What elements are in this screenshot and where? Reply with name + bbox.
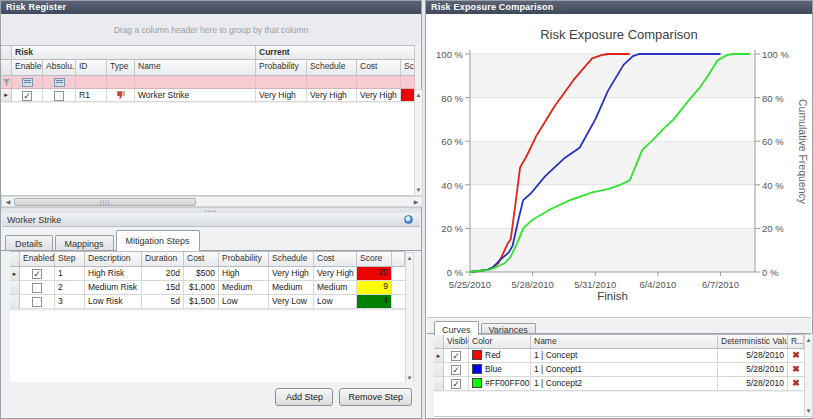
step-score-cell: 9 [357,281,392,294]
risk-absolute-checkbox[interactable] [43,89,76,101]
band-header-current[interactable]: Current [256,46,415,59]
pin-button-icon[interactable] [404,215,413,224]
x-tick-label: 5/31/2010 [565,279,625,290]
chart-area: Risk Exposure Comparison 0 %20 %40 %60 %… [427,14,811,317]
mitigation-row-3[interactable]: 3 Low Risk 5d $1,500 Low Very Low Low 4 [10,295,405,309]
filter-type[interactable] [107,76,135,88]
filter-cost[interactable] [357,76,401,88]
application-window: Risk Register Drag a column header here … [0,0,813,419]
mitigation-row-2[interactable]: 2 Medium Risk 15d $1,000 Medium Medium M… [10,281,405,295]
mitigation-vscrollbar[interactable]: ▲ ▼ [405,252,414,384]
scroll-left-icon[interactable]: ◀ [4,199,12,205]
col-probability[interactable]: Probability [256,60,307,75]
col-deterministic-value[interactable]: Deterministic Value [718,335,788,348]
y-tick-label: 60 % [433,136,463,147]
col-id[interactable]: ID [76,60,107,75]
tab-mitigation-steps[interactable]: Mitigation Steps [116,230,200,251]
col-step[interactable]: Step [55,252,85,266]
risk-register-title: Risk Register [1,1,421,14]
current-row-marker: ▸ [1,89,12,101]
filter-absolute-icon[interactable] [43,76,76,88]
step-schedule: Very High [269,267,314,280]
curve-row-red[interactable]: ▸ ✓ Red 1 | Concept 5/28/2010 ✖ [434,349,804,363]
filter-id[interactable] [76,76,107,88]
col-score[interactable]: Sc [401,60,415,75]
scroll-up-icon[interactable]: ▲ [406,255,413,261]
col-name[interactable]: Name [531,335,718,348]
y-tick-label: 100 % [433,49,463,60]
curve-row-green[interactable]: ✓ #FF00FF00 1 | Concept2 5/28/2010 ✖ [434,377,804,391]
col-description[interactable]: Description [85,252,142,266]
curve-visible-checkbox[interactable]: ✓ [444,363,469,376]
step-number: 3 [55,295,85,308]
col-cost2[interactable]: Cost [314,252,357,266]
step-enabled-checkbox[interactable] [20,281,55,294]
filter-enabled-icon[interactable] [12,76,43,88]
risk-row-worker-strike[interactable]: ▸ ✓ R1 Worker Strike Very High Very High… [1,89,415,102]
curve-visible-checkbox[interactable]: ✓ [444,349,469,362]
col-duration[interactable]: Duration [142,252,184,266]
filter-name[interactable] [135,76,256,88]
tab-mappings[interactable]: Mappings [55,235,114,251]
col-enabled[interactable]: Enabled [12,60,43,75]
cumulative-frequency-chart[interactable] [460,48,765,278]
mitigation-row-1[interactable]: ▸ ✓ 1 High Risk 20d $500 High Very High … [10,267,405,281]
tab-details[interactable]: Details [5,235,53,251]
remove-curve-button[interactable]: ✖ [788,377,804,390]
chart-title: Risk Exposure Comparison [427,27,811,42]
group-by-dropzone[interactable]: Drag a column header here to group by th… [2,14,420,45]
delete-x-icon[interactable]: ✖ [791,378,801,388]
curves-section: Curves Variances Visible Color Name Dete… [427,317,811,417]
corner-cell [434,335,444,348]
col-type[interactable]: Type [107,60,135,75]
scroll-down-icon[interactable]: ▼ [805,408,812,414]
risk-enabled-checkbox[interactable]: ✓ [12,89,43,101]
curve-visible-checkbox[interactable]: ✓ [444,377,469,390]
mitigation-header-row: Enabled Step Description Duration Cost P… [10,251,405,267]
scroll-up-icon[interactable]: ▲ [805,337,812,343]
risk-table-vscrollbar[interactable]: ▲ ▼ [414,89,423,196]
filter-probability[interactable] [256,76,307,88]
col-schedule[interactable]: Schedule [307,60,357,75]
filter-score[interactable] [401,76,415,88]
remove-step-button[interactable]: Remove Step [339,388,412,406]
col-cost[interactable]: Cost [357,60,401,75]
remove-curve-button[interactable]: ✖ [788,363,804,376]
col-absolute[interactable]: Absolu... [43,60,76,75]
risk-probability: Very High [256,89,307,101]
y-tick-label: 80 % [762,93,792,104]
color-swatch [472,350,482,360]
step-probability: High [219,267,269,280]
col-visible[interactable]: Visible [444,335,469,348]
curve-row-blue[interactable]: ✓ Blue 1 | Concept1 5/28/2010 ✖ [434,363,804,377]
col-cost[interactable]: Cost [184,252,219,266]
col-enabled[interactable]: Enabled [20,252,55,266]
tab-curves[interactable]: Curves [434,321,479,335]
step-enabled-checkbox[interactable] [20,295,55,308]
filter-schedule[interactable] [307,76,357,88]
remove-curve-button[interactable]: ✖ [788,349,804,362]
col-name[interactable]: Name [135,60,256,75]
col-probability[interactable]: Probability [219,252,269,266]
add-step-button[interactable]: Add Step [275,388,333,406]
col-schedule[interactable]: Schedule [269,252,314,266]
scroll-up-icon[interactable]: ▲ [415,92,422,98]
col-score[interactable]: Score [357,252,392,266]
scroll-down-icon[interactable]: ▼ [415,187,422,193]
band-header-risk[interactable]: Risk [12,46,256,59]
scroll-right-icon[interactable]: ▶ [412,199,420,205]
group-by-hint: Drag a column header here to group by th… [114,25,309,35]
hscroll-thumb[interactable]: |||| [14,198,196,206]
col-filler [392,252,405,266]
step-score-cell: 20 [357,267,392,280]
delete-x-icon[interactable]: ✖ [791,350,801,360]
col-color[interactable]: Color [469,335,531,348]
risk-table-hscrollbar[interactable]: ◀ ▶ |||| [1,196,423,207]
col-remove[interactable]: R... [788,335,804,348]
x-tick-label: 6/4/2010 [628,279,688,290]
curves-vscrollbar[interactable]: ▲ ▼ [804,334,813,417]
y-tick-label: 0 % [433,267,463,278]
step-enabled-checkbox[interactable]: ✓ [20,267,55,280]
scroll-down-icon[interactable]: ▼ [406,375,413,381]
delete-x-icon[interactable]: ✖ [791,364,801,374]
